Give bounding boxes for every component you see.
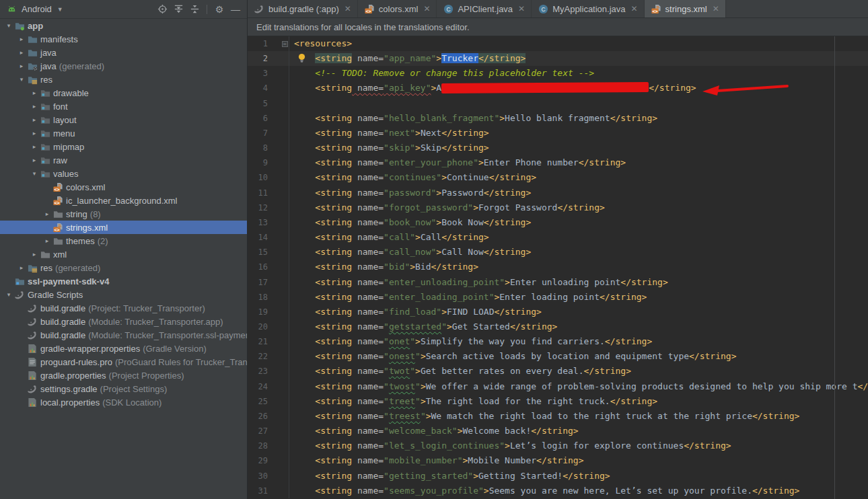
tree-expanded-chevron-icon[interactable]: ▾ xyxy=(30,170,39,177)
tab-close-icon[interactable]: ✕ xyxy=(713,4,719,13)
tree-item-font[interactable]: ▸font xyxy=(0,100,247,113)
tree-item-gradle-wrapper-properties[interactable]: gradle-wrapper.properties (Gradle Versio… xyxy=(0,342,247,355)
code-line-13[interactable]: 13 <string name="book_now">Book Now</str… xyxy=(248,215,868,230)
code-line-6[interactable]: 6 <string name="hello_blank_fragment">He… xyxy=(248,111,868,126)
tree-collapsed-chevron-icon[interactable]: ▸ xyxy=(17,63,26,69)
code-line-17[interactable]: 17 <string name="enter_unloading_point">… xyxy=(248,275,868,290)
chevron-down-icon[interactable]: ▼ xyxy=(57,6,63,13)
intention-bulb-icon[interactable] xyxy=(297,53,306,65)
tree-item-values[interactable]: ▾values xyxy=(0,167,247,180)
tree-item-res[interactable]: ▸res (generated) xyxy=(0,261,247,274)
tab-apiclient-java[interactable]: CAPIClient.java✕ xyxy=(437,0,532,17)
tree-item-ic-launcher-background-xml[interactable]: <>ic_launcher_background.xml xyxy=(0,194,247,207)
tree-item-manifests[interactable]: ▸manifests xyxy=(0,32,247,46)
code-line-30[interactable]: 30 <string name="getting_started">Gettin… xyxy=(248,469,868,484)
tree-item-proguard-rules-pro[interactable]: proguard-rules.pro (ProGuard Rules for T… xyxy=(0,355,247,369)
code-text: <string name="treest">We match the right… xyxy=(289,409,799,424)
tree-item-colors-xml[interactable]: <>colors.xml xyxy=(0,180,247,194)
locate-file-icon[interactable] xyxy=(156,3,168,15)
tree-item-strings-xml[interactable]: <>strings.xml xyxy=(0,221,247,234)
tree-item-mipmap[interactable]: ▸mipmap xyxy=(0,140,247,153)
line-number: 21 xyxy=(248,334,268,349)
tree-collapsed-chevron-icon[interactable]: ▸ xyxy=(30,130,39,137)
tree-item-layout[interactable]: ▸layout xyxy=(0,113,247,126)
tree-item-build-gradle[interactable]: build.gradle (Module: Trucker_Transporte… xyxy=(0,328,247,342)
code-line-15[interactable]: 15 <string name="call_now">Call Now</str… xyxy=(248,245,868,260)
code-line-3[interactable]: 3 <!-- TODO: Remove or change this place… xyxy=(248,66,868,81)
folder-gray-icon xyxy=(40,249,50,260)
code-line-24[interactable]: 24 <string name="twost">We offer a wide … xyxy=(248,379,868,394)
tree-item-java[interactable]: ▸java (generated) xyxy=(0,59,247,73)
tab-myapplication-java[interactable]: CMyApplication.java✕ xyxy=(532,0,644,17)
settings-gear-icon[interactable]: ⚙ xyxy=(213,3,225,15)
code-line-29[interactable]: 29 <string name="mobile_number">Mobile N… xyxy=(248,453,868,468)
code-line-9[interactable]: 9 <string name="enter_your_phone">Enter … xyxy=(248,155,868,170)
code-line-28[interactable]: 28 <string name="let_s_login_continues">… xyxy=(248,438,868,453)
tree-item-string[interactable]: ▸string (8) xyxy=(0,207,247,221)
tree-item-gradle-properties[interactable]: gradle.properties (Project Properties) xyxy=(0,369,247,382)
tree-collapsed-chevron-icon[interactable]: ▸ xyxy=(17,36,26,42)
code-line-19[interactable]: 19 <string name="find_load">FIND LOAD</s… xyxy=(248,305,868,319)
tree-item-themes[interactable]: ▸themes (2) xyxy=(0,234,247,247)
tree-item-build-gradle[interactable]: build.gradle (Project: Trucker_Transport… xyxy=(0,301,247,315)
tree-expanded-chevron-icon[interactable]: ▾ xyxy=(17,76,26,83)
tree-item-ssl-payment-sdk-v4[interactable]: ssl-payment-sdk-v4 xyxy=(0,274,247,288)
code-line-16[interactable]: 16 <string name="bid">Bid</string> xyxy=(248,260,868,274)
code-line-12[interactable]: 12 <string name="forgot_password">Forgot… xyxy=(248,200,868,215)
fold-marker-icon[interactable]: − xyxy=(282,41,288,47)
code-line-7[interactable]: 7 <string name="next">Next</string> xyxy=(248,126,868,141)
tree-item-raw[interactable]: ▸raw xyxy=(0,153,247,167)
code-line-26[interactable]: 26 <string name="treest">We match the ri… xyxy=(248,409,868,424)
tree-collapsed-chevron-icon[interactable]: ▸ xyxy=(17,49,26,56)
code-line-21[interactable]: 21 <string name="onet">Simplify the way … xyxy=(248,334,868,349)
code-line-22[interactable]: 22 <string name="onest">Search active lo… xyxy=(248,349,868,364)
code-line-2[interactable]: 2 <string name="app_name">Trucker</strin… xyxy=(248,51,868,66)
code-line-23[interactable]: 23 <string name="twot">Get better rates … xyxy=(248,364,868,379)
tree-item-build-gradle[interactable]: build.gradle (Module: Trucker_Transporte… xyxy=(0,315,247,328)
hide-panel-icon[interactable]: — xyxy=(229,3,242,15)
tree-collapsed-chevron-icon[interactable]: ▸ xyxy=(42,210,52,217)
tree-item-settings-gradle[interactable]: settings.gradle (Project Settings) xyxy=(0,382,247,395)
tree-collapsed-chevron-icon[interactable]: ▸ xyxy=(30,89,39,96)
tree-item-label: gradle-wrapper.properties xyxy=(40,344,140,354)
tab-colors-xml[interactable]: <>colors.xml✕ xyxy=(358,0,437,17)
tree-collapsed-chevron-icon[interactable]: ▸ xyxy=(30,103,39,110)
tree-item-drawable[interactable]: ▸drawable xyxy=(0,86,247,100)
collapse-all-icon[interactable] xyxy=(188,3,201,15)
tab-close-icon[interactable]: ✕ xyxy=(423,4,430,13)
tree-expanded-chevron-icon[interactable]: ▾ xyxy=(4,291,13,298)
code-line-25[interactable]: 25 <string name="treet">The right load f… xyxy=(248,394,868,409)
expand-all-icon[interactable] xyxy=(172,3,184,15)
code-line-14[interactable]: 14 <string name="call">Call</string> xyxy=(248,230,868,245)
tree-item-java[interactable]: ▸java xyxy=(0,46,247,59)
tree-collapsed-chevron-icon[interactable]: ▸ xyxy=(30,251,39,258)
tab-close-icon[interactable]: ✕ xyxy=(345,4,351,13)
tree-collapsed-chevron-icon[interactable]: ▸ xyxy=(30,143,39,150)
tree-item-menu[interactable]: ▸menu xyxy=(0,126,247,140)
code-line-11[interactable]: 11 <string name="password">Password</str… xyxy=(248,186,868,200)
tree-collapsed-chevron-icon[interactable]: ▸ xyxy=(42,237,52,244)
tab-build-gradle-app-[interactable]: build.gradle (:app)✕ xyxy=(248,0,358,17)
code-line-31[interactable]: 31 <string name="seems_you_profile">Seem… xyxy=(248,484,868,498)
tree-item-app[interactable]: ▾app xyxy=(0,19,247,32)
tree-item-gradle-scripts[interactable]: ▾Gradle Scripts xyxy=(0,288,247,301)
tree-collapsed-chevron-icon[interactable]: ▸ xyxy=(17,264,26,271)
tree-collapsed-chevron-icon[interactable]: ▸ xyxy=(30,157,39,163)
tab-close-icon[interactable]: ✕ xyxy=(518,4,525,13)
tree-item-res[interactable]: ▾res xyxy=(0,73,247,86)
code-line-18[interactable]: 18 <string name="enter_loading_point">En… xyxy=(248,290,868,305)
gutter-fold-strip xyxy=(268,96,289,111)
code-editor[interactable]: 1−<resources>2 <string name="app_name">T… xyxy=(248,36,868,499)
tree-item-xml[interactable]: ▸xml xyxy=(0,247,247,261)
code-line-20[interactable]: 20 <string name="getstarted">Get Started… xyxy=(248,319,868,334)
tree-collapsed-chevron-icon[interactable]: ▸ xyxy=(30,116,39,123)
code-line-10[interactable]: 10 <string name="continues">Continue</st… xyxy=(248,170,868,185)
code-line-27[interactable]: 27 <string name="welcome_back">Welcome b… xyxy=(248,424,868,438)
tree-expanded-chevron-icon[interactable]: ▾ xyxy=(4,22,13,29)
code-line-1[interactable]: 1−<resources> xyxy=(248,36,868,51)
tab-close-icon[interactable]: ✕ xyxy=(631,4,638,13)
tab-strings-xml[interactable]: <>strings.xml✕ xyxy=(645,0,726,17)
tree-item-local-properties[interactable]: local.properties (SDK Location) xyxy=(0,395,247,409)
code-line-8[interactable]: 8 <string name="skip">Skip</string> xyxy=(248,141,868,155)
project-view-selector[interactable]: Android xyxy=(22,4,52,14)
